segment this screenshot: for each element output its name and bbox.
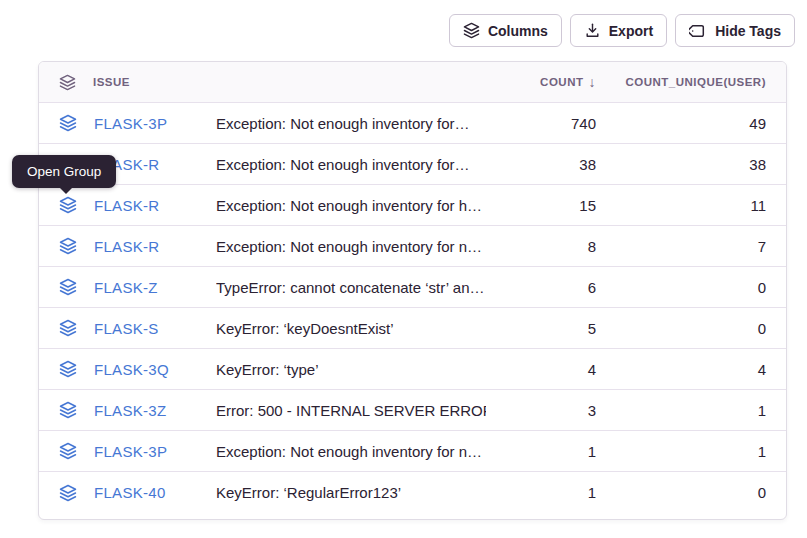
header-count-unique[interactable]: COUNT_UNIQUE(USER) (596, 76, 766, 88)
table-row: FLASK-3P Exception: Not enough inventory… (39, 431, 786, 472)
open-group-layers-icon[interactable] (59, 442, 77, 460)
open-group-layers-icon[interactable] (59, 319, 77, 337)
header-count-label: COUNT (540, 76, 583, 88)
sort-descending-icon: ↓ (589, 74, 597, 90)
tag-icon (689, 22, 707, 40)
issue-link[interactable]: FLASK-Z (94, 279, 158, 296)
table-header-row: ISSUE COUNT ↓ COUNT_UNIQUE(USER) (39, 62, 786, 103)
issue-message: Error: 500 - INTERNAL SERVER ERROR (216, 402, 486, 419)
columns-button[interactable]: Columns (449, 14, 562, 47)
count-value: 15 (486, 197, 596, 214)
table-row: FLASK-Z TypeError: cannot concatenate ‘s… (39, 267, 786, 308)
issue-cell: FLASK-40 (59, 484, 216, 502)
issue-cell: FLASK-Z (59, 278, 216, 296)
download-icon (584, 22, 601, 39)
count-unique-value: 7 (596, 238, 766, 255)
issue-link[interactable]: FLASK-R (94, 238, 159, 255)
issue-message: Exception: Not enough inventory for h… (216, 197, 486, 214)
issue-message: KeyError: ‘RegularError123’ (216, 484, 486, 501)
table-body: FLASK-3P Exception: Not enough inventory… (39, 103, 786, 513)
hide-tags-button[interactable]: Hide Tags (675, 14, 795, 47)
hide-tags-button-label: Hide Tags (715, 23, 781, 39)
open-group-layers-icon[interactable] (59, 278, 77, 296)
issue-cell: FLASK-S (59, 319, 216, 337)
count-unique-value: 0 (596, 484, 766, 501)
export-button-label: Export (609, 23, 653, 39)
issue-link[interactable]: FLASK-3P (94, 443, 167, 460)
count-unique-value: 0 (596, 320, 766, 337)
count-value: 3 (486, 402, 596, 419)
layers-icon (59, 74, 76, 91)
open-group-layers-icon[interactable] (59, 484, 77, 502)
open-group-layers-icon[interactable] (59, 360, 77, 378)
count-value: 5 (486, 320, 596, 337)
issue-cell: FLASK-R (59, 237, 216, 255)
count-unique-value: 38 (596, 156, 766, 173)
count-value: 6 (486, 279, 596, 296)
open-group-layers-icon[interactable] (59, 401, 77, 419)
issue-cell: FLASK-R (59, 196, 216, 214)
issue-link[interactable]: FLASK-3P (94, 115, 167, 132)
columns-button-label: Columns (488, 23, 548, 39)
issue-cell: FLASK-3P (59, 114, 216, 132)
export-button[interactable]: Export (570, 14, 667, 47)
issue-message: Exception: Not enough inventory for n… (216, 443, 486, 460)
toolbar: Columns Export Hide Tags (449, 14, 795, 47)
count-value: 1 (486, 484, 596, 501)
issue-message: KeyError: ‘keyDoesntExist’ (216, 320, 486, 337)
header-count-unique-label: COUNT_UNIQUE(USER) (625, 76, 766, 88)
count-unique-value: 4 (596, 361, 766, 378)
count-value: 38 (486, 156, 596, 173)
table-row: FLASK-40 KeyError: ‘RegularError123’ 1 0 (39, 472, 786, 513)
results-table: ISSUE COUNT ↓ COUNT_UNIQUE(USER) FLASK-3… (38, 61, 787, 520)
header-count[interactable]: COUNT ↓ (486, 74, 596, 90)
issue-link[interactable]: FLASK-3Q (94, 361, 169, 378)
issue-message: TypeError: cannot concatenate ‘str’ an… (216, 279, 486, 296)
issue-message: Exception: Not enough inventory for… (216, 156, 486, 173)
count-unique-value: 1 (596, 443, 766, 460)
count-unique-value: 0 (596, 279, 766, 296)
count-unique-value: 11 (596, 197, 766, 214)
open-group-layers-icon[interactable] (59, 237, 77, 255)
count-unique-value: 49 (596, 115, 766, 132)
issue-cell: FLASK-3P (59, 442, 216, 460)
layers-icon (463, 22, 480, 39)
issue-cell: FLASK-3Z (59, 401, 216, 419)
open-group-tooltip-label: Open Group (27, 164, 101, 179)
header-issue[interactable]: ISSUE (59, 74, 216, 91)
table-row: FLASK-3P Exception: Not enough inventory… (39, 103, 786, 144)
issue-link[interactable]: FLASK-R (94, 197, 159, 214)
count-value: 4 (486, 361, 596, 378)
count-unique-value: 1 (596, 402, 766, 419)
open-group-tooltip: Open Group (12, 155, 116, 188)
page: { "colors": { "accent_blue": "#4677d4", … (0, 0, 807, 538)
table-row: FLASK-R Exception: Not enough inventory … (39, 185, 786, 226)
table-row: FLASK-R Exception: Not enough inventory … (39, 144, 786, 185)
issue-message: Exception: Not enough inventory for n… (216, 238, 486, 255)
issue-message: Exception: Not enough inventory for… (216, 115, 486, 132)
open-group-layers-icon[interactable] (59, 114, 77, 132)
table-row: FLASK-3Q KeyError: ‘type’ 4 4 (39, 349, 786, 390)
table-row: FLASK-S KeyError: ‘keyDoesntExist’ 5 0 (39, 308, 786, 349)
count-value: 1 (486, 443, 596, 460)
table-row: FLASK-R Exception: Not enough inventory … (39, 226, 786, 267)
header-issue-label: ISSUE (93, 76, 130, 88)
issue-cell: FLASK-3Q (59, 360, 216, 378)
issue-link[interactable]: FLASK-S (94, 320, 159, 337)
count-value: 740 (486, 115, 596, 132)
count-value: 8 (486, 238, 596, 255)
issue-message: KeyError: ‘type’ (216, 361, 486, 378)
table-row: FLASK-3Z Error: 500 - INTERNAL SERVER ER… (39, 390, 786, 431)
issue-link[interactable]: FLASK-40 (94, 484, 166, 501)
issue-link[interactable]: FLASK-3Z (94, 402, 166, 419)
